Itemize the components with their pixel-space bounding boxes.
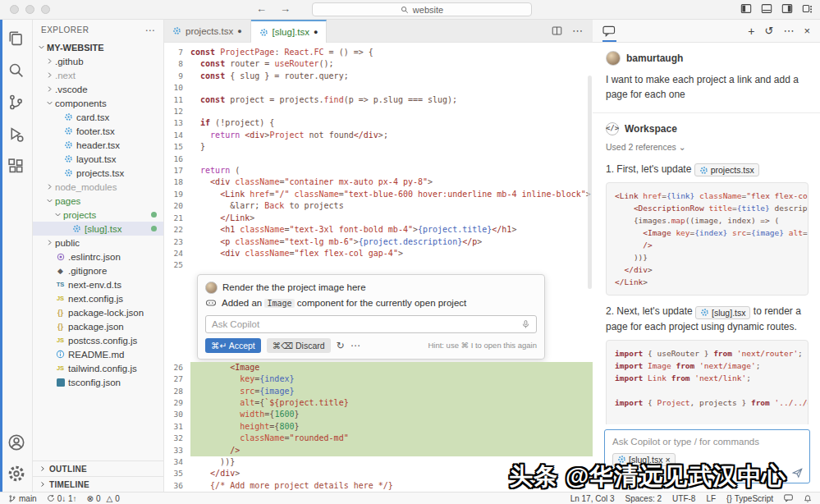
more-actions-icon[interactable]: ⋯	[350, 340, 360, 351]
modified-dot-icon[interactable]: ●	[314, 28, 318, 36]
customize-layout-icon[interactable]	[802, 3, 813, 14]
toggle-sidebar-icon[interactable]	[740, 3, 752, 14]
regenerate-icon[interactable]: ↻	[337, 340, 345, 351]
sync-indicator[interactable]: 0↓ 1↑	[47, 494, 77, 503]
notifications-bell-icon[interactable]	[804, 494, 812, 503]
discard-button[interactable]: ⌘⌫ Discard	[267, 338, 331, 353]
tree-item-public[interactable]: public	[33, 236, 163, 250]
problems-indicator[interactable]: ⊗0 △0	[87, 494, 120, 503]
modified-dot-icon[interactable]: ●	[237, 27, 241, 35]
tree-item--slug-tsx[interactable]: [slug].tsx	[33, 222, 163, 236]
tree-item-tailwind-config-js[interactable]: JStailwind.config.js	[33, 361, 163, 375]
close-panel-icon[interactable]: ×	[804, 25, 810, 37]
code-editor[interactable]: 7const ProjectPage: React.FC = () => {8 …	[164, 43, 593, 492]
split-editor-icon[interactable]	[552, 25, 562, 36]
tab-slug-tsx[interactable]: [slug].tsx ●	[251, 20, 328, 43]
code-line-25[interactable]: 25	[164, 259, 593, 271]
code-line-17[interactable]: 17 return (	[164, 165, 593, 176]
eol-sequence[interactable]: LF	[706, 494, 716, 503]
tree-item-readme-md[interactable]: README.md	[33, 347, 163, 361]
tree-item-header-tsx[interactable]: header.tsx	[33, 138, 163, 152]
file-chip-slug-tsx[interactable]: [slug].tsx	[695, 306, 750, 319]
tree-item-components[interactable]: components	[33, 96, 163, 110]
extensions-icon[interactable]	[7, 156, 26, 176]
tree-item-postcss-config-js[interactable]: JSpostcss.config.js	[33, 333, 163, 347]
search-sidebar-icon[interactable]	[7, 60, 26, 80]
code-line-12[interactable]: 12	[164, 106, 593, 117]
branch-indicator[interactable]: main	[8, 494, 37, 503]
code-line-26[interactable]: 26 <Image	[164, 362, 593, 373]
code-line-14[interactable]: 14 return <div>Project not found</div>;	[164, 130, 593, 141]
code-line-21[interactable]: 21 </Link>	[164, 213, 593, 224]
tab-projects-tsx[interactable]: projects.tsx ●	[164, 20, 251, 42]
code-line-15[interactable]: 15 }	[164, 141, 593, 153]
zoom-window-icon[interactable]	[41, 5, 50, 14]
code-line-28[interactable]: 28 src={image}	[164, 386, 593, 397]
cursor-position[interactable]: Ln 17, Col 3	[570, 494, 615, 503]
inline-chat-input[interactable]: Ask Copilot	[205, 315, 537, 333]
code-line-23[interactable]: 23 <p className="text-lg mb-6">{project.…	[164, 236, 593, 248]
editor-scrollbar[interactable]	[588, 76, 592, 289]
code-line-19[interactable]: 19 <Link href="/" className="text-blue-6…	[164, 189, 593, 200]
command-center-search[interactable]: website	[312, 2, 532, 16]
tree-item-pages[interactable]: pages	[33, 194, 163, 208]
chat-more-actions-icon[interactable]: ⋯	[783, 25, 794, 37]
tree-item--next[interactable]: .next	[33, 68, 163, 82]
tree-item-my-website[interactable]: MY-WEBSITE	[33, 40, 163, 54]
indentation[interactable]: Spaces: 2	[625, 494, 662, 503]
minimize-window-icon[interactable]	[25, 5, 34, 14]
toggle-secondary-sidebar-icon[interactable]	[781, 3, 793, 14]
tree-item-next-env-d-ts[interactable]: TSnext-env.d.ts	[33, 277, 163, 291]
tree-item-tsconfig-json[interactable]: tsconfig.json	[33, 375, 163, 389]
explorer-icon[interactable]	[7, 28, 26, 48]
tree-item-card-tsx[interactable]: card.tsx	[33, 110, 163, 124]
language-mode[interactable]: {}TypeScript	[726, 494, 773, 503]
tree-item--gitignore[interactable]: ◆.gitignore	[33, 263, 163, 277]
code-line-27[interactable]: 27 key={index}	[164, 373, 593, 385]
tree-item-layout-tsx[interactable]: layout.tsx	[33, 152, 163, 166]
new-chat-icon[interactable]: +	[748, 25, 754, 38]
code-line-16[interactable]: 16	[164, 153, 593, 165]
code-line-30[interactable]: 30 width={1600}	[164, 409, 593, 420]
code-line-13[interactable]: 13 if (!project) {	[164, 117, 593, 129]
close-window-icon[interactable]	[10, 5, 19, 14]
run-debug-icon[interactable]	[7, 124, 26, 144]
chat-view-icon[interactable]	[602, 20, 616, 42]
outline-section[interactable]: OUTLINE	[33, 460, 163, 476]
tree-item--eslintrc-json[interactable]: .eslintrc.json	[33, 250, 163, 263]
feedback-icon[interactable]	[784, 494, 793, 502]
chat-history-icon[interactable]: ↺	[765, 25, 774, 37]
code-line-11[interactable]: 11 const project = projects.find(p => p.…	[164, 94, 593, 106]
code-line-31[interactable]: 31 height={800}	[164, 421, 593, 433]
tree-item-node-modules[interactable]: node_modules	[33, 180, 163, 194]
file-chip-projects-tsx[interactable]: projects.tsx	[694, 163, 759, 176]
code-line-8[interactable]: 8 const router = useRouter();	[164, 58, 593, 70]
editor-more-actions[interactable]: ⋯	[572, 25, 583, 37]
settings-gear-icon[interactable]	[7, 464, 26, 483]
account-icon[interactable]	[7, 433, 26, 452]
send-icon[interactable]	[791, 467, 804, 479]
source-control-icon[interactable]	[7, 92, 26, 112]
tree-item-projects[interactable]: projects	[33, 208, 163, 222]
code-line-20[interactable]: 20 &larr; Back to projects	[164, 200, 593, 212]
tree-item--vscode[interactable]: .vscode	[33, 82, 163, 96]
explorer-more-actions[interactable]: ⋯	[145, 25, 156, 36]
code-line-7[interactable]: 7const ProjectPage: React.FC = () => {	[164, 47, 593, 58]
code-line-29[interactable]: 29 alt={`${project.title}	[164, 397, 593, 409]
code-line-10[interactable]: 10	[164, 82, 593, 94]
code-line-24[interactable]: 24 <div className="flex flex-col gap-4">	[164, 248, 593, 259]
tree-item-projects-tsx[interactable]: projects.tsx	[33, 166, 163, 180]
window-controls[interactable]	[10, 5, 50, 14]
tree-item-package-lock-json[interactable]: {}package-lock.json	[33, 305, 163, 319]
forward-button[interactable]: →	[280, 2, 291, 15]
tree-item-footer-tsx[interactable]: footer.tsx	[33, 124, 163, 138]
code-line-18[interactable]: 18 <div className="container mx-auto px-…	[164, 176, 593, 188]
tree-item-package-json[interactable]: {}package.json	[33, 319, 163, 333]
code-line-9[interactable]: 9 const { slug } = router.query;	[164, 71, 593, 82]
used-references[interactable]: Used 2 references ⌄	[606, 140, 809, 153]
back-button[interactable]: ←	[256, 2, 267, 15]
timeline-section[interactable]: TIMELINE	[33, 476, 163, 492]
code-line-32[interactable]: 32 className="rounded-md"	[164, 433, 593, 444]
code-line-22[interactable]: 22 <h1 className="text-3xl font-bold mb-…	[164, 224, 593, 236]
tree-item-next-config-js[interactable]: JSnext.config.js	[33, 291, 163, 305]
